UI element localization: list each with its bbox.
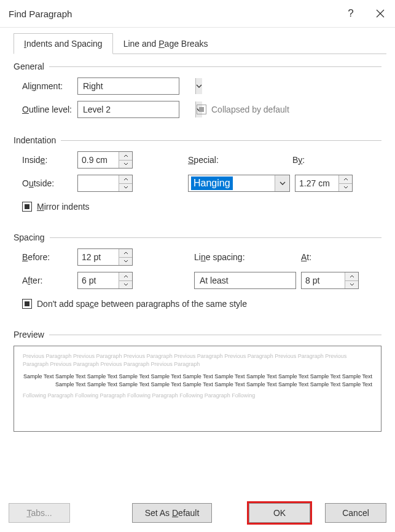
special-label: Special: (188, 155, 292, 165)
at-label: At: (301, 252, 311, 262)
spin-down-icon[interactable] (119, 161, 132, 169)
by-label: By: (292, 155, 335, 165)
tab-indents-spacing[interactable]: Indents and Spacing (14, 33, 113, 54)
close-icon (376, 9, 385, 18)
dialog-window: Find Paragraph ? Indents and Spacing Lin… (0, 0, 395, 532)
outline-value[interactable] (78, 101, 195, 117)
before-spinner[interactable] (77, 248, 133, 266)
before-value[interactable] (78, 249, 119, 265)
before-label: Before: (14, 252, 77, 262)
mirror-indents-label: Mirror indents (37, 202, 90, 212)
spin-up-icon[interactable] (119, 152, 132, 161)
outside-spinner[interactable] (77, 175, 133, 192)
ok-button[interactable]: OK (249, 503, 310, 523)
spin-up-icon[interactable] (339, 175, 352, 184)
spin-down-icon[interactable] (345, 281, 358, 289)
group-general: General Alignment: Outline level: (14, 62, 381, 118)
group-indentation: Indentation Inside: Special: By: Outside… (14, 135, 381, 215)
spin-down-icon[interactable] (119, 281, 132, 289)
inside-spinner[interactable] (77, 151, 133, 169)
after-value[interactable] (78, 272, 119, 288)
alignment-value[interactable] (78, 78, 195, 94)
spin-down-icon[interactable] (119, 258, 132, 266)
dialog-footer: Tabs... Set As Default OK Cancel (0, 494, 395, 532)
outline-label: Outline level: (14, 105, 77, 114)
mirror-indents-checkbox[interactable]: Mirror indents (14, 202, 90, 212)
by-value[interactable] (295, 175, 338, 191)
chevron-down-icon[interactable] (195, 78, 202, 94)
dialog-title: Find Paragraph (9, 9, 336, 19)
collapsed-label: Collapsed by default (211, 105, 289, 114)
set-default-button[interactable]: Set As Default (132, 503, 212, 523)
collapsed-checkbox: Collapsed by default (197, 105, 289, 114)
cancel-button[interactable]: Cancel (325, 503, 386, 523)
spin-up-icon[interactable] (119, 272, 132, 281)
inside-label: Inside: (14, 155, 77, 165)
group-title-spacing: Spacing (14, 232, 45, 242)
preview-previous: Previous Paragraph Previous Paragraph Pr… (23, 352, 372, 368)
tab-strip: Indents and Spacing Line and Page Breaks (14, 33, 386, 54)
dont-add-space-label: Don't add space between paragraphs of th… (37, 299, 247, 309)
spin-up-icon[interactable] (119, 175, 132, 184)
special-combo[interactable]: Hanging (188, 175, 290, 192)
group-title-indentation: Indentation (14, 135, 56, 145)
outside-value[interactable] (78, 175, 119, 191)
line-spacing-value[interactable] (195, 272, 312, 288)
alignment-combo[interactable] (77, 77, 179, 95)
outside-label: Outside: (14, 178, 77, 188)
help-button[interactable]: ? (336, 0, 366, 27)
group-title-preview: Preview (14, 330, 44, 339)
line-spacing-label: Line spacing: (194, 252, 296, 262)
tabs-button[interactable]: Tabs... (9, 503, 70, 523)
spin-down-icon[interactable] (339, 184, 352, 192)
chevron-down-icon[interactable] (275, 175, 289, 191)
spin-up-icon[interactable] (119, 249, 132, 258)
group-spacing: Spacing Before: Line spacing: At: After: (14, 232, 381, 312)
group-preview: Preview Previous Paragraph Previous Para… (14, 330, 381, 432)
after-label: After: (14, 276, 77, 285)
preview-sample: Sample Text Sample Text Sample Text Samp… (23, 373, 372, 388)
group-title-general: General (14, 62, 44, 71)
dialog-content: Indents and Spacing Line and Page Breaks… (0, 28, 395, 432)
outline-combo[interactable] (77, 101, 179, 118)
by-spinner[interactable] (295, 175, 353, 192)
preview-box: Previous Paragraph Previous Paragraph Pr… (14, 346, 381, 432)
dont-add-space-checkbox[interactable]: Don't add space between paragraphs of th… (14, 299, 247, 309)
inside-value[interactable] (78, 152, 119, 168)
at-value[interactable] (302, 272, 345, 288)
line-spacing-combo[interactable] (194, 272, 296, 289)
preview-following: Following Paragraph Following Paragraph … (23, 392, 372, 400)
spin-up-icon[interactable] (345, 272, 358, 281)
special-value: Hanging (191, 177, 233, 190)
after-spinner[interactable] (77, 272, 133, 289)
titlebar: Find Paragraph ? (0, 0, 395, 27)
spin-down-icon[interactable] (119, 184, 132, 192)
tab-line-page-breaks[interactable]: Line and Page Breaks (113, 33, 219, 54)
at-spinner[interactable] (301, 272, 359, 289)
close-button[interactable] (366, 0, 395, 27)
alignment-label: Alignment: (14, 81, 77, 91)
